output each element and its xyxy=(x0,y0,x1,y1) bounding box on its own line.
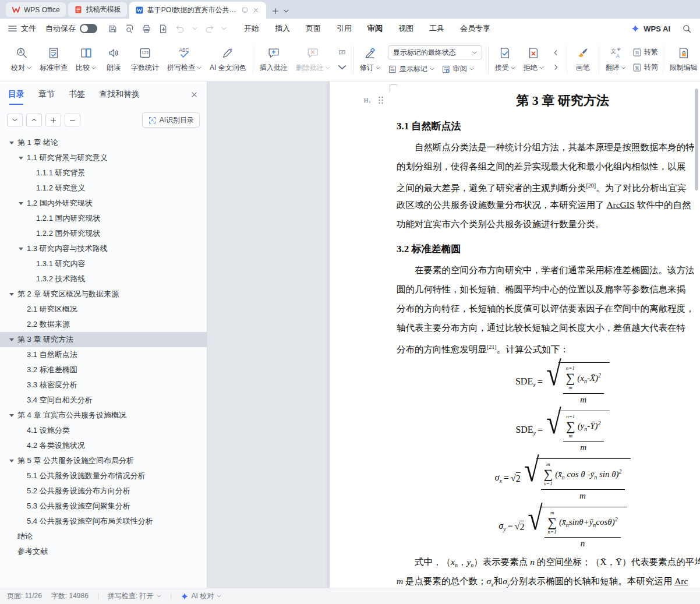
toc-item[interactable]: 2.2 数据来源 xyxy=(0,317,207,332)
toc-item[interactable]: 1.2.1 国内研究现状 xyxy=(0,211,207,226)
ink-brush-button[interactable]: 画笔 xyxy=(570,44,596,75)
prev-change-button[interactable] xyxy=(550,48,562,57)
toc-item[interactable]: 第 4 章 宜宾市公共服务设施概况 xyxy=(0,408,207,423)
menu-item-审阅[interactable]: 审阅 xyxy=(367,23,383,34)
toc-expand-icon[interactable] xyxy=(9,460,14,462)
word-count-button[interactable]: 123字数统计 xyxy=(128,44,162,75)
panel-close-icon[interactable] xyxy=(189,90,199,99)
next-change-button[interactable] xyxy=(550,63,562,72)
toc-item[interactable]: 4.1 设施分类 xyxy=(0,423,207,438)
spell-check-status[interactable]: 拼写检查: 打开 xyxy=(108,591,161,601)
toc-item[interactable]: 5.1 公共服务设施数量分布情况分析 xyxy=(0,468,207,483)
accept-button[interactable]: 接受 xyxy=(492,44,519,75)
toc-item[interactable]: 第 2 章 研究区概况与数据来源 xyxy=(0,287,207,302)
menu-item-工具[interactable]: 工具 xyxy=(429,23,444,34)
toc-expand-icon[interactable] xyxy=(9,293,14,296)
panel-tab-chapters[interactable]: 章节 xyxy=(38,89,55,100)
new-tab-icon[interactable] xyxy=(272,8,279,15)
toc-item[interactable]: 1.1.2 研究意义 xyxy=(0,181,207,196)
wps-ai-button[interactable]: WPS AI xyxy=(631,24,670,33)
panel-tab-bookmarks[interactable]: 书签 xyxy=(69,89,85,100)
document-page[interactable]: H1 第 3 章 研究方法 3.1 自然断点法自然断点分类法是一种统计分组方法，… xyxy=(330,82,700,588)
toc-expand-icon[interactable] xyxy=(9,338,14,341)
prev-comment-button[interactable] xyxy=(337,48,348,57)
file-menu[interactable]: 文件 xyxy=(8,23,36,34)
insert-comment-button[interactable]: 插入批注 xyxy=(256,44,291,75)
export-icon[interactable] xyxy=(158,24,168,34)
toc-item[interactable]: 第 5 章 公共服务设施空间布局分析 xyxy=(0,453,207,468)
menu-item-页面[interactable]: 页面 xyxy=(306,23,321,34)
print-icon[interactable] xyxy=(142,24,151,34)
menu-item-会员专享[interactable]: 会员专享 xyxy=(460,23,490,34)
translate-button[interactable]: 文A翻译 xyxy=(602,44,630,75)
print-preview-icon[interactable] xyxy=(125,24,135,34)
tab-list-icon[interactable] xyxy=(284,9,289,13)
vertical-scrollbar[interactable] xyxy=(695,89,698,190)
toc-item[interactable]: 1.3.1 研究内容 xyxy=(0,256,207,271)
word-count-indicator[interactable]: 字数: 14986 xyxy=(51,591,89,601)
toc-expand-icon[interactable] xyxy=(9,414,14,417)
ai-proof-status[interactable]: AI 校对 xyxy=(181,591,222,601)
comment-options-button[interactable] xyxy=(337,63,348,72)
toc-item[interactable]: 1.3 研究内容与技术路线 xyxy=(0,241,207,256)
toc-item[interactable]: 1.1 研究背景与研究意义 xyxy=(0,150,207,165)
panel-tab-toc[interactable]: 目录 xyxy=(8,89,24,100)
toc-expand-icon[interactable] xyxy=(19,157,23,160)
toc-item[interactable]: 5.2 公共服务设施分布方向分析 xyxy=(0,483,207,499)
window-tab[interactable]: WPS Office xyxy=(6,2,66,17)
spell-check-button[interactable]: ABC拼写检查 xyxy=(164,44,205,75)
autosave-toggle[interactable] xyxy=(80,24,97,33)
toc-item[interactable]: 5.3 公共服务设施空间聚集分析 xyxy=(0,499,207,514)
toc-item[interactable]: 3.4 空间自相关分析 xyxy=(0,393,207,408)
to-traditional-button[interactable]: 简转繁 xyxy=(632,47,658,57)
toc-item[interactable]: 结论 xyxy=(0,529,207,544)
toc-collapse-button[interactable] xyxy=(7,114,23,126)
toc-item[interactable]: 2.1 研究区概况 xyxy=(0,302,207,317)
toc-item[interactable]: 3.1 自然断点法 xyxy=(0,347,207,362)
standard-review-button[interactable]: 标准审查 xyxy=(36,44,71,75)
toc-zoom-in-button[interactable] xyxy=(45,114,61,126)
compare-button[interactable]: 比较 xyxy=(72,44,100,75)
page-indicator[interactable]: 页面: 11/26 xyxy=(7,591,42,601)
drag-handle-icon[interactable] xyxy=(376,96,386,104)
markup-state-select[interactable]: 显示标记的最终状态 xyxy=(388,45,482,59)
review-pane-button[interactable]: 审阅 xyxy=(441,64,474,74)
save-icon[interactable] xyxy=(108,24,118,34)
toc-item[interactable]: 第 3 章 研究方法 xyxy=(0,332,207,347)
track-changes-button[interactable]: 修订 xyxy=(356,44,384,75)
toc-item[interactable]: 3.3 核密度分析 xyxy=(0,377,207,393)
toc-item[interactable]: 1.2.2 国外研究现状 xyxy=(0,226,207,241)
read-aloud-button[interactable]: 朗读 xyxy=(101,44,126,75)
toc-item[interactable]: 1.2 国内外研究现状 xyxy=(0,196,207,211)
to-simplified-button[interactable]: 繁转简 xyxy=(632,62,658,72)
heading-level-icon[interactable]: H1 xyxy=(363,96,372,104)
reject-button[interactable]: 拒绝 xyxy=(520,44,547,75)
toc-item[interactable]: 3.2 标准差椭圆 xyxy=(0,362,207,377)
show-markup-button[interactable]: 显示标记 xyxy=(388,64,434,74)
toc-zoom-out-button[interactable] xyxy=(65,114,80,126)
menu-item-开始[interactable]: 开始 xyxy=(244,23,259,34)
redo-menu-icon[interactable] xyxy=(221,27,227,30)
search-icon[interactable] xyxy=(682,24,692,34)
toc-item[interactable]: 4.2 各类设施状况 xyxy=(0,438,207,453)
ai-recognize-toc-button[interactable]: AI识别目录 xyxy=(142,112,200,128)
menu-item-视图[interactable]: 视图 xyxy=(398,23,413,34)
ai-polish-button[interactable]: AI 全文润色 xyxy=(206,44,250,75)
toc-expand-icon[interactable] xyxy=(19,202,23,205)
menu-item-插入[interactable]: 插入 xyxy=(275,23,290,34)
tab-close-icon[interactable] xyxy=(252,6,260,15)
toc-expand-icon[interactable] xyxy=(19,248,23,250)
redo-icon[interactable] xyxy=(204,24,214,34)
panel-tab-find-replace[interactable]: 查找和替换 xyxy=(99,89,140,100)
toc-item[interactable]: 5.4 公共服务设施空间布局关联性分析 xyxy=(0,514,207,529)
toc-item[interactable]: 1.3.2 技术路线 xyxy=(0,271,207,287)
window-tab[interactable]: 找稿壳模板 xyxy=(68,2,127,17)
undo-menu-icon[interactable] xyxy=(192,27,197,30)
toc-expand-icon[interactable] xyxy=(9,142,14,144)
restrict-edit-button[interactable]: 限制编辑 xyxy=(666,44,700,75)
proofread-button[interactable]: 校对 xyxy=(8,44,35,75)
toc-item[interactable]: 参考文献 xyxy=(0,544,207,559)
menu-item-引用[interactable]: 引用 xyxy=(337,23,352,34)
undo-icon[interactable] xyxy=(175,24,185,34)
toc-item[interactable]: 1.1.1 研究背景 xyxy=(0,165,207,181)
